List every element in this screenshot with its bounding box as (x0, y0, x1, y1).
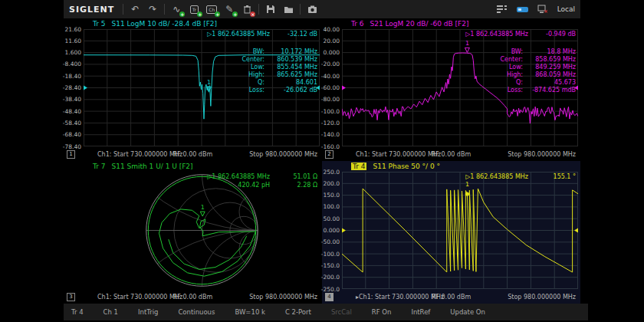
s11-phase-plot[interactable]: 1 (342, 172, 578, 289)
lan-error-icon: × (537, 3, 549, 15)
plot-area[interactable]: 1 ▷1 862.643885 MHz155.1 ° (342, 172, 578, 289)
status-bar: Tr 4Ch 1IntTrigContinuousBW=10 kC 2-Port… (64, 304, 588, 320)
y-tick-label: -100.0 (321, 108, 340, 115)
delete-icon[interactable]: × (241, 3, 253, 15)
trace-windows: Tr 5 S11 LogM 10 dB/ -28.4 dB [F2] 21.60… (64, 18, 580, 304)
statusbar-item-c-2-port[interactable]: C 2-Port (285, 308, 311, 316)
start-frequency: Ch1: Start 730.000000 MHz (97, 294, 182, 301)
y-tick-label: -150.0 (321, 262, 340, 269)
statusbar-item-tr-4[interactable]: Tr 4 (71, 308, 84, 316)
undo-icon[interactable]: ↶ (129, 3, 141, 15)
y-tick-label: 1.600 (65, 49, 81, 56)
y-tick-label: 0.000 (324, 49, 340, 56)
active-trace-name[interactable]: Tr 4 (351, 163, 366, 170)
trace-header: Tr 7 S11 Smith 1 U/ 1 U [F2] (64, 161, 322, 171)
statusbar-item-bw-10-k[interactable]: BW=10 k (235, 308, 265, 316)
trace-name[interactable]: Tr 6 (351, 20, 363, 28)
quadrant-3-s11-smith[interactable]: Tr 7 S11 Smith 1 U/ 1 U [F2] 1 ▷1 862.64… (64, 161, 322, 304)
window-number-badge[interactable]: 1 (67, 150, 75, 159)
start-frequency: Ch1: Start 730.000000 MHz (97, 151, 182, 158)
redo-icon[interactable]: ↷ (146, 3, 159, 15)
plot-area[interactable]: 1 ▷1 862.643885 MHz51.01 Ω420.42 pH2.28 … (84, 172, 320, 289)
active-window-number-badge[interactable]: 4 (325, 293, 334, 301)
y-tick-label: 20.00 (324, 38, 340, 44)
trace-name[interactable]: Tr 5 (93, 20, 105, 28)
statusbar-item-intref[interactable]: IntRef (411, 308, 430, 316)
y-tick-label: 11.60 (65, 38, 81, 44)
quadrant-2-s21-logm[interactable]: Tr 6 S21 LogM 20 dB/ -60 dB [F2] 40.0020… (322, 18, 580, 161)
y-tick-label: -38.40 (63, 96, 81, 103)
y-tick-label: -100.0 (321, 251, 340, 258)
y-tick-label: 40.00 (324, 26, 340, 33)
divider (258, 4, 259, 15)
marker-add-icon[interactable]: ✎+ (223, 3, 235, 15)
quadrant-4-s11-phase[interactable]: Tr 4 S11 Phase 50 °/ 0 ° 250.0200.0150.0… (322, 161, 580, 304)
y-tick-label: 150.0 (324, 192, 340, 199)
display-grid-icon[interactable] (496, 3, 508, 15)
y-tick-label: -140.0 (321, 131, 340, 138)
screenshot-icon[interactable] (306, 3, 318, 15)
rf-power: RF 0.00 dBm (173, 151, 212, 158)
y-tick-label: -40.00 (321, 73, 340, 80)
rf-power: RF 0.00 dBm (432, 151, 471, 158)
y-tick-label: -8.400 (63, 61, 81, 67)
y-tick-label: -80.00 (321, 96, 340, 103)
new-trace-window-icon[interactable]: Tr+ (188, 3, 200, 15)
channel-footer: 4 ▸Ch1: Start 730.000000 MHz RF 0.00 dBm… (322, 291, 580, 304)
svg-text:1: 1 (207, 79, 211, 86)
trace-header: Tr 6 S21 LogM 20 dB/ -60 dB [F2] (322, 18, 580, 28)
new-channel-icon[interactable]: Ch+ (205, 3, 218, 15)
stop-frequency: Stop 980.000000 MHz (249, 294, 317, 301)
plot-area[interactable]: 1 ▷1 862.643885 MHz-0.949 dB BW:18.8 MHz… (342, 29, 578, 146)
stop-frequency: Stop 980.000000 MHz (508, 294, 576, 301)
window-number-badge[interactable]: 2 (325, 150, 334, 159)
statusbar-item-continuous[interactable]: Continuous (178, 308, 215, 316)
y-tick-label: -120.0 (321, 120, 340, 127)
statusbar-item-ch-1[interactable]: Ch 1 (104, 308, 118, 316)
y-tick-label: 50.00 (324, 215, 340, 222)
trace-header: Tr 4 S11 Phase 50 °/ 0 ° (322, 161, 580, 171)
rf-power: RF 0.00 dBm (173, 294, 212, 301)
y-tick-label: 0.000 (324, 227, 340, 234)
toolbar: SIGLENT ↶ ↷ ∿+ Tr+ Ch+ ✎+ × × (64, 0, 580, 18)
statusbar-item-update-on[interactable]: Update On (450, 308, 485, 316)
y-axis-labels: 250.0200.0150.0100.050.000.000-50.00-100… (322, 171, 341, 291)
save-icon[interactable] (264, 3, 277, 15)
window-number-badge[interactable]: 3 (67, 293, 75, 301)
svg-text:1: 1 (465, 181, 469, 188)
svg-text:1: 1 (465, 40, 469, 47)
smith-chart-plot[interactable]: 1 (84, 172, 320, 289)
y-tick-label: -48.40 (63, 108, 81, 115)
trace-format: S11 Smith 1 U/ 1 U [F2] (111, 163, 192, 170)
y-tick-label: -58.40 (63, 120, 81, 127)
divider (300, 4, 301, 15)
trace-header: Tr 5 S11 LogM 10 dB/ -28.4 dB [F2] (64, 18, 322, 28)
y-axis-labels: 21.6011.601.600-8.400-18.40-28.40-38.40-… (64, 28, 83, 149)
add-trace-icon[interactable]: ∿+ (170, 3, 182, 15)
siglent-logo: SIGLENT (69, 5, 114, 15)
statusbar-item-srccal[interactable]: SrcCal (331, 308, 352, 316)
y-tick-label: -50.00 (321, 238, 340, 245)
y-tick-label: 250.0 (324, 169, 340, 176)
channel-footer: 2 Ch1: Start 730.000000 MHz RF 0.00 dBm … (322, 149, 580, 161)
y-tick-label: -18.40 (63, 73, 81, 80)
s21-logm-plot[interactable]: 1 (342, 29, 578, 146)
y-tick-label: -200.0 (321, 274, 340, 281)
statusbar-item-inttrig[interactable]: IntTrig (138, 308, 158, 316)
trace-format: S11 Phase 50 °/ 0 ° (373, 163, 440, 170)
usb-icon (517, 7, 528, 12)
y-tick-label: 100.0 (324, 203, 340, 210)
rf-power: RF 0.00 dBm (432, 294, 471, 301)
trace-format: S11 LogM 10 dB/ -28.4 dB [F2] (111, 20, 217, 28)
statusbar-item-rf-on[interactable]: RF On (372, 308, 392, 316)
y-tick-label: -68.40 (63, 131, 81, 138)
y-tick-label: -60.00 (321, 84, 340, 91)
quadrant-1-s11-logm[interactable]: Tr 5 S11 LogM 10 dB/ -28.4 dB [F2] 21.60… (64, 18, 322, 161)
open-icon[interactable] (282, 3, 294, 15)
plot-area[interactable]: 1 ▷1 862.643885 MHz-32.12 dB BW:10.172 M… (84, 29, 320, 146)
y-tick-label: -20.00 (321, 61, 340, 67)
start-frequency: Ch1: Start 730.000000 MHz (356, 151, 441, 158)
trace-name[interactable]: Tr 7 (93, 163, 105, 170)
s11-logm-plot[interactable]: 1 (84, 29, 320, 146)
channel-footer: 3 Ch1: Start 730.000000 MHz RF 0.00 dBm … (64, 291, 322, 304)
